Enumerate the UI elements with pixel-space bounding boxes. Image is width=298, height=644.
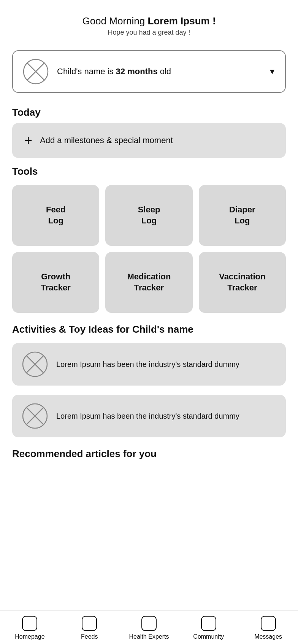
activity-card-2[interactable]: Lorem Ipsum has been the industry's stan… [12,395,286,437]
nav-community-label: Community [193,633,224,640]
today-label: Today [0,99,298,123]
chevron-down-icon: ▼ [268,67,276,76]
recommended-label: Recommended articles for you [0,440,298,464]
nav-health-experts-label: Health Experts [129,633,169,640]
child-selector[interactable]: Child's name is 32 months old ▼ [12,50,286,93]
header: Good Morning Lorem Ipsum ! Hope you had … [0,0,298,44]
activity-image-1 [21,351,49,378]
activities-label: Activities & Toy Ideas for Child's name [0,316,298,340]
tool-growth-tracker[interactable]: GrowthTracker [12,252,99,313]
tool-medication-tracker[interactable]: MedicationTracker [105,252,192,313]
tool-sleep-log[interactable]: SleepLog [105,185,192,246]
tools-label: Tools [0,158,298,182]
child-avatar-icon [22,58,49,85]
header-center: Good Morning Lorem Ipsum ! Hope you had … [15,15,283,37]
activity-card-1[interactable]: Lorem Ipsum has been the industry's stan… [12,343,286,386]
nav-messages-label: Messages [254,633,282,640]
tool-vaccination-tracker[interactable]: VaccinationTracker [199,252,286,313]
feeds-icon [82,616,97,631]
header-subtitle: Hope you had a great day ! [15,29,283,37]
messages-icon [261,616,276,631]
nav-feeds-label: Feeds [81,633,98,640]
tool-feed-log[interactable]: FeedLog [12,185,99,246]
nav-health-experts[interactable]: Health Experts [119,616,179,640]
activity-image-2 [21,402,49,430]
nav-community[interactable]: Community [179,616,238,640]
add-milestone-button[interactable]: + Add a milestones & special moment [12,123,286,158]
bottom-nav: Homepage Feeds Health Experts Community … [0,610,298,644]
add-milestone-text: Add a milestones & special moment [40,135,173,145]
activity-text-1: Lorem Ipsum has been the industry's stan… [56,359,239,370]
child-info: Child's name is 32 months old [57,67,261,77]
header-greeting: Good Morning Lorem Ipsum ! [15,15,283,27]
homepage-icon [22,616,37,631]
nav-homepage-label: Homepage [15,633,44,640]
nav-homepage[interactable]: Homepage [0,616,60,640]
tool-diaper-log[interactable]: DiaperLog [199,185,286,246]
tools-grid: FeedLog SleepLog DiaperLog GrowthTracker… [12,185,286,313]
activity-text-2: Lorem Ipsum has been the industry's stan… [56,410,239,422]
nav-messages[interactable]: Messages [238,616,298,640]
nav-feeds[interactable]: Feeds [60,616,119,640]
plus-icon: + [24,134,32,147]
community-icon [201,616,216,631]
health-experts-icon [141,616,157,631]
